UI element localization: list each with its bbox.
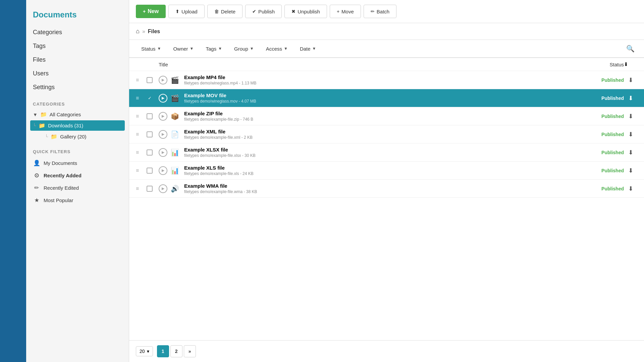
table-row[interactable]: ≡ ▶ 📦 Example ZIP file filetypes demo/ex… (129, 107, 644, 125)
row-info-3: Example XML file filetypes demo/example-… (184, 129, 584, 140)
row-drag-handle-6: ≡ (136, 186, 147, 192)
category-item-2[interactable]: └📁Gallery (20) (45, 131, 122, 142)
quick-filters-label: QUICK FILTERS (33, 149, 122, 154)
row-play-6[interactable]: ▶ (159, 184, 171, 193)
new-button[interactable]: +New (136, 5, 166, 18)
row-checkbox-3[interactable] (147, 131, 159, 137)
delete-button[interactable]: 🗑Delete (207, 5, 243, 18)
table-row[interactable]: ≡ ✓ ▶ 🎬 Example MOV file filetypes demo/… (129, 89, 644, 107)
row-download-3[interactable]: ⬇ (624, 131, 637, 138)
filter-date-arrow: ▼ (312, 46, 316, 51)
table-row[interactable]: ≡ ▶ 🔊 Example WMA file filetypes demo/ex… (129, 180, 644, 198)
check-mark-1: ✓ (148, 96, 152, 101)
row-download-0[interactable]: ⬇ (624, 76, 637, 84)
row-download-1[interactable]: ⬇ (624, 95, 637, 102)
unpublish-label: Unpublish (298, 9, 320, 14)
search-button[interactable]: 🔍 (624, 42, 637, 55)
row-checkbox-2[interactable] (147, 113, 159, 119)
unpublish-button[interactable]: ✖Unpublish (284, 5, 327, 18)
row-checkbox-1[interactable]: ✓ (147, 95, 159, 101)
row-play-2[interactable]: ▶ (159, 112, 171, 121)
publish-button[interactable]: ✔Publish (245, 5, 282, 18)
publish-label: Publish (258, 9, 275, 14)
category-item-1[interactable]: └📁Downloads (31) (30, 120, 125, 131)
row-download-4[interactable]: ⬇ (624, 149, 637, 156)
filter-owner-button[interactable]: Owner▼ (168, 43, 199, 54)
qf-label-most-popular: Most Popular (44, 197, 73, 203)
page-size-arrow: ▾ (147, 349, 149, 354)
row-checkbox-4[interactable] (147, 149, 159, 156)
row-filepath-3: filetypes demo/example-file.xml - 2 KB (184, 135, 584, 140)
filter-tags-arrow: ▼ (218, 46, 222, 51)
row-play-5[interactable]: ▶ (159, 166, 171, 175)
page-size-select[interactable]: 20 ▾ (136, 346, 153, 356)
filter-owner-label: Owner (173, 46, 188, 52)
row-play-1[interactable]: ▶ (159, 94, 171, 103)
filter-group-button[interactable]: Group▼ (229, 43, 259, 54)
move-button[interactable]: +Move (330, 5, 361, 18)
qf-icon-recently-added: ⊙ (33, 172, 40, 179)
row-filename-4: Example XLSX file (184, 147, 584, 153)
category-label-2: Gallery (20) (60, 134, 86, 139)
row-play-3[interactable]: ▶ (159, 130, 171, 139)
row-info-0: Example MP4 file filetypes demo/wineglas… (184, 74, 584, 85)
row-download-2[interactable]: ⬇ (624, 113, 637, 120)
table-row[interactable]: ≡ ▶ 📄 Example XML file filetypes demo/ex… (129, 125, 644, 143)
page-button-1[interactable]: 1 (157, 345, 169, 357)
sidebar-item-tags[interactable]: Tags (33, 39, 122, 53)
publish-icon: ✔ (252, 9, 256, 14)
row-play-0[interactable]: ▶ (159, 76, 171, 84)
category-label-0: All Categories (50, 112, 81, 117)
breadcrumb-current: Files (148, 28, 160, 35)
batch-label: Batch (377, 9, 389, 14)
quick-filter-my-documents[interactable]: 👤My Documents (33, 157, 122, 169)
row-filetype-icon-5: 📊 (171, 167, 184, 175)
row-status-6: Published (584, 186, 624, 191)
filter-status-button[interactable]: Status▼ (136, 43, 166, 54)
file-rows: ≡ ▶ 🎬 Example MP4 file filetypes demo/wi… (129, 71, 644, 198)
sidebar-title: Documents (33, 10, 122, 19)
file-table: Title Status ⬇ ≡ ▶ 🎬 Example MP4 file fi… (129, 58, 644, 340)
filter-owner-arrow: ▼ (190, 46, 194, 51)
row-filetype-icon-2: 📦 (171, 112, 184, 120)
row-checkbox-6[interactable] (147, 186, 159, 192)
row-download-6[interactable]: ⬇ (624, 185, 637, 192)
qf-icon-recently-edited: ✏ (33, 184, 40, 191)
filter-tags-label: Tags (206, 46, 217, 52)
category-item-0[interactable]: ▼📁All Categories (33, 109, 122, 120)
upload-button[interactable]: ⬆Upload (168, 5, 205, 18)
filter-status-label: Status (141, 46, 156, 52)
batch-button[interactable]: ✏Batch (364, 5, 396, 18)
sidebar-item-categories[interactable]: Categories (33, 25, 122, 39)
filter-date-button[interactable]: Date▼ (294, 43, 322, 54)
filter-tags-button[interactable]: Tags▼ (201, 43, 228, 54)
qf-label-recently-edited: Recently Edited (44, 185, 79, 191)
page-next-button[interactable]: » (184, 345, 196, 357)
breadcrumb-home-icon[interactable]: ⌂ (136, 28, 140, 35)
row-filename-6: Example WMA file (184, 183, 584, 189)
table-row[interactable]: ≡ ▶ 📊 Example XLSX file filetypes demo/e… (129, 143, 644, 162)
row-download-5[interactable]: ⬇ (624, 167, 637, 174)
download-icon[interactable]: ⬇ (624, 61, 628, 67)
table-row[interactable]: ≡ ▶ 🎬 Example MP4 file filetypes demo/wi… (129, 71, 644, 89)
sidebar-item-users[interactable]: Users (33, 67, 122, 80)
row-checkbox-5[interactable] (147, 168, 159, 174)
page-button-2[interactable]: 2 (170, 345, 182, 357)
quick-filter-most-popular[interactable]: ★Most Popular (33, 194, 122, 206)
breadcrumb: ⌂ » Files (129, 23, 644, 40)
table-row[interactable]: ≡ ▶ 📊 Example XLS file filetypes demo/ex… (129, 162, 644, 180)
batch-icon: ✏ (371, 9, 375, 14)
row-filetype-icon-0: 🎬 (171, 76, 184, 84)
table-header: Title Status ⬇ (129, 58, 644, 71)
filter-row: Status▼Owner▼Tags▼Group▼Access▼Date▼ 🔍 (129, 40, 644, 58)
row-checkbox-0[interactable] (147, 77, 159, 83)
row-filetype-icon-4: 📊 (171, 148, 184, 157)
th-status: Status (580, 62, 624, 67)
row-status-2: Published (584, 114, 624, 119)
filter-access-button[interactable]: Access▼ (261, 43, 293, 54)
sidebar-item-settings[interactable]: Settings (33, 80, 122, 94)
quick-filter-recently-edited[interactable]: ✏Recently Edited (33, 182, 122, 194)
sidebar-item-files[interactable]: Files (33, 53, 122, 67)
row-play-4[interactable]: ▶ (159, 148, 171, 157)
quick-filter-recently-added[interactable]: ⊙Recently Added (33, 169, 122, 182)
